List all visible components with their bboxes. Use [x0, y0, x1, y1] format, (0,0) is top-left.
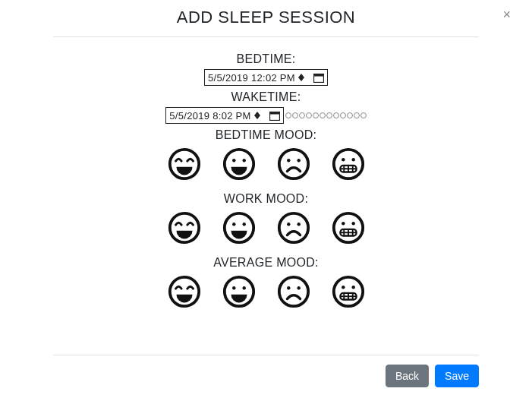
waketime-value: 5/5/2019 8:02 PM — [169, 110, 250, 122]
svg-point-16 — [342, 158, 345, 161]
modal-footer: Back Save — [53, 355, 479, 387]
modal-body: BEDTIME: 5/5/2019 12:02 PM WAKETIME: 5/5… — [0, 37, 532, 324]
svg-point-42 — [279, 277, 307, 306]
waketime-label: WAKETIME: — [53, 90, 479, 104]
close-button[interactable]: × — [496, 5, 517, 24]
mood-very-happy-icon[interactable] — [167, 210, 202, 245]
calendar-icon[interactable] — [268, 109, 282, 122]
svg-point-45 — [333, 277, 362, 306]
svg-point-12 — [279, 150, 307, 178]
bedtime-mood-label: BEDTIME MOOD: — [53, 128, 479, 142]
calendar-icon[interactable] — [312, 71, 326, 84]
svg-point-43 — [287, 286, 290, 289]
svg-point-29 — [297, 223, 300, 226]
svg-rect-3 — [313, 74, 323, 76]
loading-dots-icon — [285, 112, 367, 118]
svg-point-27 — [279, 213, 307, 242]
svg-point-17 — [351, 158, 354, 161]
mood-grimace-icon[interactable] — [331, 210, 366, 245]
time-stepper-icon[interactable] — [254, 112, 260, 119]
work-mood-label: WORK MOOD: — [53, 192, 479, 206]
save-button[interactable]: Save — [435, 365, 479, 387]
average-mood-row — [53, 274, 479, 309]
svg-point-25 — [232, 223, 235, 226]
waketime-input[interactable]: 5/5/2019 8:02 PM — [165, 107, 283, 124]
svg-point-14 — [297, 159, 300, 162]
time-stepper-icon[interactable] — [298, 74, 304, 81]
svg-point-28 — [287, 223, 290, 226]
mood-happy-icon[interactable] — [222, 210, 257, 245]
svg-point-41 — [242, 286, 245, 289]
add-sleep-session-modal: ADD SLEEP SESSION × BEDTIME: 5/5/2019 12… — [0, 0, 532, 401]
mood-grimace-icon[interactable] — [331, 274, 366, 309]
mood-happy-icon[interactable] — [222, 147, 257, 182]
svg-marker-1 — [298, 77, 304, 81]
svg-point-31 — [342, 222, 345, 225]
bedtime-value: 5/5/2019 12:02 PM — [208, 72, 295, 84]
mood-very-happy-icon[interactable] — [167, 147, 202, 182]
svg-marker-5 — [254, 115, 260, 119]
back-button[interactable]: Back — [386, 365, 429, 387]
mood-very-happy-icon[interactable] — [167, 274, 202, 309]
svg-point-44 — [297, 286, 300, 289]
svg-point-32 — [351, 222, 354, 225]
modal-header: ADD SLEEP SESSION × — [53, 0, 479, 37]
svg-point-30 — [333, 213, 362, 242]
svg-rect-7 — [269, 112, 279, 114]
bedtime-input[interactable]: 5/5/2019 12:02 PM — [204, 69, 328, 86]
mood-sad-icon[interactable] — [276, 274, 311, 309]
svg-point-40 — [232, 286, 235, 289]
mood-happy-icon[interactable] — [222, 274, 257, 309]
svg-point-26 — [242, 223, 245, 226]
svg-point-10 — [232, 159, 235, 162]
svg-point-15 — [333, 150, 362, 178]
average-mood-label: AVERAGE MOOD: — [53, 256, 479, 270]
mood-sad-icon[interactable] — [276, 147, 311, 182]
mood-grimace-icon[interactable] — [331, 147, 366, 182]
work-mood-row — [53, 210, 479, 245]
mood-sad-icon[interactable] — [276, 210, 311, 245]
bedtime-mood-row — [53, 147, 479, 182]
svg-point-13 — [287, 159, 290, 162]
svg-point-46 — [342, 286, 345, 289]
svg-point-11 — [242, 159, 245, 162]
modal-title: ADD SLEEP SESSION — [177, 8, 356, 27]
svg-point-47 — [351, 286, 354, 289]
bedtime-label: BEDTIME: — [53, 52, 479, 66]
